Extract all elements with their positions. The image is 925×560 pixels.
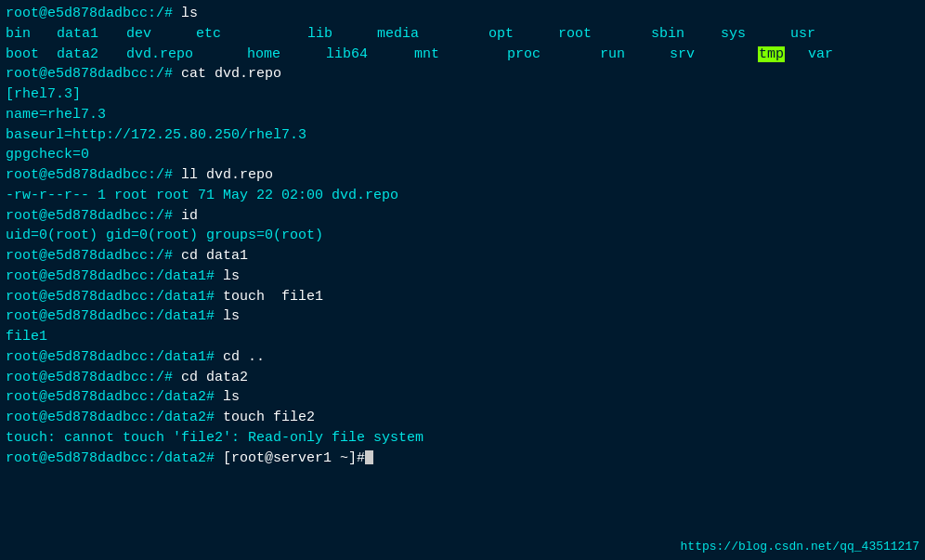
prompt-touch-file2: root@e5d878dadbcc:/data2#: [6, 410, 223, 425]
prompt-cd-data1: root@e5d878dadbcc:/#: [6, 248, 181, 264]
ls-data1: data1: [57, 24, 126, 45]
ls-tmp: tmp: [758, 45, 785, 65]
cmd-touch-file2: touch file2: [223, 410, 315, 425]
url-label: https://blog.csdn.net/qq_43511217: [681, 539, 919, 556]
ls-var: var: [808, 45, 833, 65]
line-cd-data1: root@e5d878dadbcc:/# cd data1: [6, 246, 919, 267]
ls-srv: srv: [670, 45, 758, 65]
ls-mnt: mnt: [414, 45, 507, 65]
cmd-touch-file1: touch file1: [223, 289, 323, 305]
line-cd-up: root@e5d878dadbcc:/data1# cd ..: [6, 347, 919, 368]
cmd-last: [root@server1 ~]#: [223, 450, 365, 466]
line-ls-data1: root@e5d878dadbcc:/data1# ls: [6, 267, 919, 287]
ls-sys: sys: [721, 24, 790, 45]
cmd-ls2-data1: ls: [223, 308, 240, 324]
ls-usr: usr: [790, 24, 815, 45]
ls-lib64: lib64: [326, 45, 414, 65]
cmd-cd-data1: cd data1: [181, 248, 248, 264]
cmd-cd-up: cd ..: [223, 349, 265, 365]
line-rhel-header: [rhel7.3]: [6, 85, 919, 105]
cmd-cd-data2: cd data2: [181, 370, 248, 385]
terminal-cursor: [365, 450, 373, 464]
prompt-ll: root@e5d878dadbcc:/#: [6, 167, 181, 183]
line-ll: root@e5d878dadbcc:/# ll dvd.repo: [6, 165, 919, 186]
line-cat: root@e5d878dadbcc:/# cat dvd.repo: [6, 64, 919, 85]
ls-proc: proc: [507, 45, 600, 65]
prompt-cat: root@e5d878dadbcc:/#: [6, 66, 181, 82]
prompt-ls-data2: root@e5d878dadbcc:/data2#: [6, 389, 223, 405]
line-1: root@e5d878dadbcc:/# ls: [6, 4, 919, 24]
prompt-1: root@e5d878dadbcc:/#: [6, 6, 181, 21]
cmd-ls-data2: ls: [223, 389, 240, 405]
line-error: touch: cannot touch 'file2': Read-only f…: [6, 428, 919, 449]
ls-opt: opt: [489, 24, 558, 45]
prompt-ls2-data1: root@e5d878dadbcc:/data1#: [6, 308, 223, 324]
ls-run: run: [600, 45, 670, 65]
ls-home: home: [247, 45, 326, 65]
ls-boot: boot: [6, 45, 57, 65]
ls-dvdrepo: dvd.repo: [126, 45, 247, 65]
line-id: root@e5d878dadbcc:/# id: [6, 206, 919, 227]
line-cd-data2: root@e5d878dadbcc:/# cd data2: [6, 368, 919, 388]
ls-etc: etc: [196, 24, 307, 45]
prompt-cd-up: root@e5d878dadbcc:/data1#: [6, 349, 223, 365]
line-file1: file1: [6, 327, 919, 347]
terminal: root@e5d878dadbcc:/# ls bindata1devetcli…: [0, 0, 925, 560]
line-name: name=rhel7.3: [6, 105, 919, 125]
line-baseurl: baseurl=http://172.25.80.250/rhel7.3: [6, 125, 919, 146]
ls-data2: data2: [57, 45, 126, 65]
cmd-ls-data1: ls: [223, 268, 240, 284]
prompt-touch-file1: root@e5d878dadbcc:/data1#: [6, 289, 223, 305]
line-touch-file2: root@e5d878dadbcc:/data2# touch file2: [6, 408, 919, 428]
prompt-cd-data2: root@e5d878dadbcc:/#: [6, 370, 181, 385]
ls-row-1: bindata1devetclibmediaoptrootsbinsysusr: [6, 24, 919, 45]
ls-sbin: sbin: [651, 24, 721, 45]
line-gpgcheck: gpgcheck=0: [6, 145, 919, 165]
cmd-ll: ll dvd.repo: [181, 167, 273, 183]
line-last-prompt: root@e5d878dadbcc:/data2# [root@server1 …: [6, 449, 919, 469]
ls-root: root: [558, 24, 651, 45]
prompt-id: root@e5d878dadbcc:/#: [6, 208, 181, 224]
cmd-cat: cat dvd.repo: [181, 66, 281, 82]
line-ls2-data1: root@e5d878dadbcc:/data1# ls: [6, 306, 919, 327]
ls-dev: dev: [126, 24, 196, 45]
ls-lib: lib: [307, 24, 377, 45]
cmd-1: ls: [181, 6, 198, 21]
ls-row-2: bootdata2dvd.repohomelib64mntprocrunsrvt…: [6, 45, 919, 65]
line-ll-output: -rw-r--r-- 1 root root 71 May 22 02:00 d…: [6, 186, 919, 206]
ls-media: media: [377, 24, 489, 45]
cmd-id: id: [181, 208, 198, 224]
line-touch-file1: root@e5d878dadbcc:/data1# touch file1: [6, 287, 919, 307]
tmp-highlight: tmp: [758, 46, 785, 62]
ls-bin: bin: [6, 24, 57, 45]
prompt-last: root@e5d878dadbcc:/data2#: [6, 450, 223, 466]
line-ls-data2: root@e5d878dadbcc:/data2# ls: [6, 387, 919, 408]
line-id-output: uid=0(root) gid=0(root) groups=0(root): [6, 226, 919, 246]
prompt-ls-data1: root@e5d878dadbcc:/data1#: [6, 268, 223, 284]
